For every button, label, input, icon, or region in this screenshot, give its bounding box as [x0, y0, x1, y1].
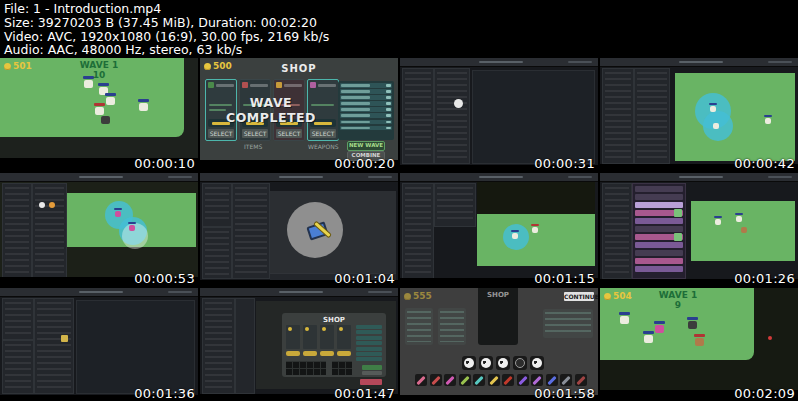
new-wave-button [362, 365, 382, 370]
coin-value: 501 [13, 61, 32, 71]
weapon-icon [488, 374, 500, 386]
select-button: SELECT [208, 129, 234, 138]
sheep-sprite [620, 316, 629, 324]
egg-icon [513, 356, 527, 370]
thumbnail-gameplay-wave2: 504 WAVE 1 9 00:02:09 [600, 288, 798, 401]
scene-tree-panel [202, 298, 235, 394]
price-button [337, 351, 351, 356]
editor-topbar [600, 58, 798, 67]
weapon-icon [459, 374, 471, 386]
weapon-slots-grid [332, 361, 352, 375]
thumbnail-shop-items-overview: 555 SHOP CONTINUE [400, 288, 598, 401]
price-button [286, 351, 300, 356]
inspector-panel-resources [632, 183, 686, 279]
filesystem-panel [2, 340, 34, 394]
editor-topbar [0, 173, 198, 182]
shop-title: SHOP [282, 316, 386, 324]
sheep-sprite [644, 335, 653, 343]
shop-card-ghost [405, 308, 433, 345]
coin-value: 500 [213, 61, 232, 71]
editor-viewport [270, 191, 396, 274]
audio-info-line: Audio: AAC, 48000 Hz, stereo, 63 kb/s [4, 43, 798, 57]
coin-icon [4, 63, 11, 70]
pink-character-sprite [115, 211, 121, 217]
inspector-panel [235, 298, 255, 394]
sheep-sprite [139, 103, 148, 111]
thumbnail-gameplay-wave1: 501 WAVE 1 10 00:00:10 [0, 58, 198, 171]
character-sprite [736, 216, 742, 222]
editor-viewport: SHOP [256, 301, 396, 389]
scene-tree-panel [402, 183, 434, 279]
select-button: SELECT [276, 129, 302, 138]
file-name-line: File: 1 - Introduction.mp4 [4, 2, 798, 16]
color-swatch [49, 202, 55, 208]
media-info-header: File: 1 - Introduction.mp4 Size: 3927020… [0, 0, 798, 59]
coin-counter: 555 [404, 291, 432, 301]
thumbnail-inspector-resources: 00:01:26 [600, 173, 798, 286]
size-duration-line: Size: 39270203 B (37.45 MiB), Duration: … [4, 16, 798, 30]
shop-panel: SHOP [478, 288, 518, 345]
character-sprite [741, 227, 747, 233]
continue-button: CONTINUE [564, 292, 594, 301]
shop-card-ghost [438, 308, 466, 345]
editor-topbar [200, 288, 398, 297]
weapons-label: WEAPONS [308, 143, 338, 150]
thumbnail-2d-editor-small: 00:01:15 [400, 173, 598, 286]
wave-counter: 10 [0, 70, 198, 80]
scene-tree-panel [402, 68, 434, 120]
panda-icon [462, 356, 476, 370]
coin-counter: 500 [204, 61, 232, 71]
select-button: SELECT [310, 129, 336, 138]
shop-card [337, 325, 351, 349]
inspector-panel [34, 298, 74, 394]
select-button: SELECT [242, 129, 268, 138]
red-projectile [768, 336, 772, 340]
filesystem-panel [202, 227, 232, 279]
character-sprite [710, 106, 716, 112]
dark-strip [477, 182, 595, 214]
editor-topbar [0, 288, 198, 297]
bunny-icon [479, 356, 493, 370]
panda-icon [530, 356, 544, 370]
thumbnail-shop-ui-scene: SHOP 00:01:47 [200, 288, 398, 401]
game-viewport [675, 73, 795, 161]
stats-panel [356, 325, 382, 363]
sheep-sprite [765, 118, 771, 124]
timestamp: 00:01:58 [534, 386, 595, 401]
timestamp: 00:02:09 [734, 386, 795, 401]
range-circle [122, 223, 148, 249]
timestamp: 00:00:31 [534, 156, 595, 171]
panda-sprite [688, 321, 697, 329]
editor-topbar [200, 173, 398, 182]
filesystem-panel [402, 120, 434, 164]
weapon-icon [430, 374, 442, 386]
stats-panel [338, 81, 394, 140]
inspector-panel [434, 183, 476, 227]
coin-counter: 504 [604, 291, 632, 301]
player-sprite [695, 338, 704, 346]
scene-tree-panel [2, 298, 34, 340]
inspector-panel [634, 68, 670, 164]
timestamp: 00:01:47 [334, 386, 395, 401]
timestamp: 00:01:15 [534, 271, 595, 286]
color-swatch [39, 202, 45, 208]
weapon-icon-row [415, 374, 587, 386]
timestamp: 00:00:20 [334, 156, 395, 171]
resource-icon [61, 335, 68, 342]
red-button [360, 379, 382, 385]
thumbnail-script-editor: 00:00:31 [400, 58, 598, 171]
weapon-icon [575, 374, 587, 386]
timestamp: 00:01:26 [734, 271, 795, 286]
new-wave-button: NEW WAVE [347, 141, 385, 151]
scene-tree-panel [2, 183, 32, 279]
stats-panel-ghost [543, 309, 593, 338]
shop-card [320, 325, 334, 349]
timestamp: 00:00:10 [134, 156, 195, 171]
coin-icon [404, 293, 411, 300]
price-button [320, 351, 334, 356]
circle-sprite-preview [454, 99, 463, 108]
coin-counter: 501 [4, 61, 32, 71]
inspector-panel [32, 183, 67, 279]
shop-title: SHOP [478, 291, 518, 299]
character-icon-row [462, 356, 544, 370]
